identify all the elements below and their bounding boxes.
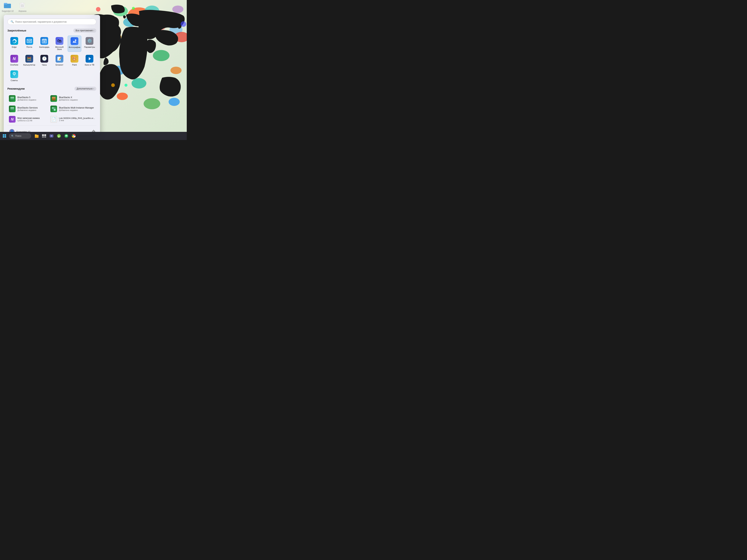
svg-rect-66: [5, 136, 6, 138]
calendar-app-icon: 15: [41, 37, 48, 45]
spotify-icon: [64, 134, 69, 138]
taskbar-chrome[interactable]: [70, 133, 77, 139]
taskbar-task-view[interactable]: [41, 133, 47, 139]
teams-icon: T: [49, 134, 54, 138]
svg-rect-58: [10, 107, 14, 108]
mail-app-name: Почта: [26, 46, 32, 48]
rec-item-bluestacks-multi[interactable]: BlueStacks Multi-Instance Manager Добавл…: [49, 104, 96, 114]
svg-point-15: [132, 78, 146, 88]
paint-app-icon: 🎨: [71, 55, 78, 62]
all-apps-label: Все приложения: [76, 29, 93, 32]
more-button[interactable]: Дополнительно ›: [75, 87, 96, 91]
pinned-app-edge[interactable]: Edge: [7, 35, 21, 52]
svg-rect-26: [4, 3, 7, 4]
svg-point-14: [171, 67, 182, 74]
svg-rect-64: [5, 134, 6, 136]
pinned-header: Закреплённые Все приложения ›: [7, 28, 96, 33]
bluestacks5-name: BlueStacks 5: [18, 96, 36, 99]
bluestacksx-name: BlueStacks X: [59, 96, 78, 99]
rec-item-bluestacks-services[interactable]: BlueStacks Services Добавлено недавно: [7, 104, 48, 114]
svg-rect-55: [10, 108, 14, 109]
pinned-app-photos[interactable]: Фотографии: [68, 35, 81, 52]
taskbar-spotify[interactable]: [63, 133, 70, 139]
bluestacks5-icon: [9, 95, 16, 102]
taskbar-utorrent[interactable]: μ: [56, 133, 62, 139]
pinned-app-calendar[interactable]: 15 Календарь: [37, 35, 51, 52]
svg-point-23: [111, 83, 115, 87]
pinned-app-store[interactable]: 🛍 Microsoft Store: [53, 35, 66, 52]
pinned-app-movies[interactable]: Кино и ТВ: [83, 53, 96, 68]
svg-rect-51: [52, 98, 56, 99]
utorrent-icon: μ: [57, 134, 61, 138]
svg-rect-49: [10, 100, 14, 100]
svg-rect-60: [54, 107, 56, 109]
onenote-file-name: Моя записная книжка: [18, 117, 40, 119]
notepad-app-icon: 📝: [56, 55, 63, 62]
svg-rect-62: [54, 109, 56, 111]
notepad-app-name: Блокнот: [56, 64, 63, 66]
edge-app-name: Edge: [12, 46, 17, 48]
loki-file-sub: 2 янв: [59, 119, 95, 122]
desktop-icon-sagyndyk[interactable]: Sagyndyk 12: [1, 1, 14, 12]
svg-marker-43: [89, 57, 91, 60]
taskbar-file-explorer[interactable]: [33, 133, 40, 139]
search-icon: 🔍: [10, 20, 14, 23]
svg-point-4: [172, 5, 183, 13]
recommended-section: Рекомендуем Дополнительно ›: [7, 87, 96, 124]
pinned-app-paint[interactable]: 🎨 Paint: [68, 53, 81, 68]
onenote-file-sub: суббота в 22:48: [18, 119, 40, 122]
calculator-app-icon: 🧮: [25, 55, 33, 62]
pinned-app-clock[interactable]: 🕐 Часы: [37, 53, 51, 68]
svg-rect-53: [52, 100, 56, 100]
bluestacks-multi-info: BlueStacks Multi-Instance Manager Добавл…: [59, 106, 94, 111]
rec-item-bluestacksx[interactable]: BlueStacks X Добавлено недавно: [49, 94, 96, 103]
rec-item-loki-file[interactable]: 📄 Loki.S02E04.1080p_RHS_[scarfilm.or... …: [49, 114, 96, 124]
search-input[interactable]: [15, 20, 93, 23]
loki-file-info: Loki.S02E04.1080p_RHS_[scarfilm.or... 2 …: [59, 117, 95, 122]
svg-rect-68: [35, 134, 37, 136]
taskbar: 🔍 Поиск: [0, 132, 187, 140]
bluestacks-services-info: BlueStacks Services Добавлено недавно: [18, 106, 37, 111]
svg-rect-52: [52, 99, 56, 100]
edge-app-icon: [10, 37, 18, 45]
pinned-app-onenote[interactable]: N OneNote: [7, 53, 21, 68]
svg-rect-57: [10, 110, 14, 111]
settings-app-icon: ⚙️: [85, 37, 93, 45]
desktop-icons: Sagyndyk 12 Корзина: [1, 1, 28, 12]
svg-rect-50: [10, 97, 14, 98]
taskbar-teams[interactable]: T: [48, 133, 55, 139]
movies-app-name: Кино и ТВ: [85, 64, 94, 66]
rec-item-onenote-file[interactable]: N Моя записная книжка суббота в 22:48: [7, 114, 48, 124]
svg-rect-71: [42, 136, 44, 138]
svg-rect-69: [42, 134, 44, 136]
bluestacks-multi-sub: Добавлено недавно: [59, 109, 94, 111]
chevron-right-icon: ›: [93, 87, 94, 90]
desktop: Sagyndyk 12 Корзина 🔍 За: [0, 0, 187, 140]
rec-item-bluestacks5[interactable]: BlueStacks 5 Добавлено недавно: [7, 94, 48, 103]
svg-rect-47: [10, 98, 14, 99]
onenote-app-name: OneNote: [10, 64, 18, 66]
start-button[interactable]: [1, 133, 7, 139]
svg-point-24: [125, 84, 127, 87]
pinned-app-notepad[interactable]: 📝 Блокнот: [53, 53, 66, 68]
mail-app-icon: [25, 37, 33, 45]
pinned-app-settings[interactable]: ⚙️ Параметры: [83, 35, 96, 52]
svg-point-19: [169, 98, 180, 106]
pinned-app-tips[interactable]: Советы: [7, 69, 21, 83]
svg-rect-63: [3, 134, 4, 136]
photos-app-icon: [71, 37, 78, 45]
desktop-icon-recycle[interactable]: Корзина: [16, 1, 28, 12]
svg-rect-48: [10, 99, 14, 100]
pinned-app-calculator[interactable]: 🧮 Калькулятор: [22, 53, 36, 68]
search-bar[interactable]: 🔍: [7, 19, 96, 25]
onenote-file-info: Моя записная книжка суббота в 22:48: [18, 117, 40, 122]
chrome-icon: [72, 134, 76, 138]
svg-point-80: [73, 135, 74, 136]
chevron-right-icon: ›: [93, 29, 94, 32]
svg-rect-61: [52, 109, 54, 111]
taskbar-search[interactable]: 🔍 Поиск: [9, 133, 31, 139]
all-apps-button[interactable]: Все приложения ›: [73, 28, 96, 33]
pinned-app-mail[interactable]: Почта: [22, 35, 36, 52]
svg-point-77: [65, 134, 68, 138]
store-app-name: Microsoft Store: [53, 46, 66, 50]
